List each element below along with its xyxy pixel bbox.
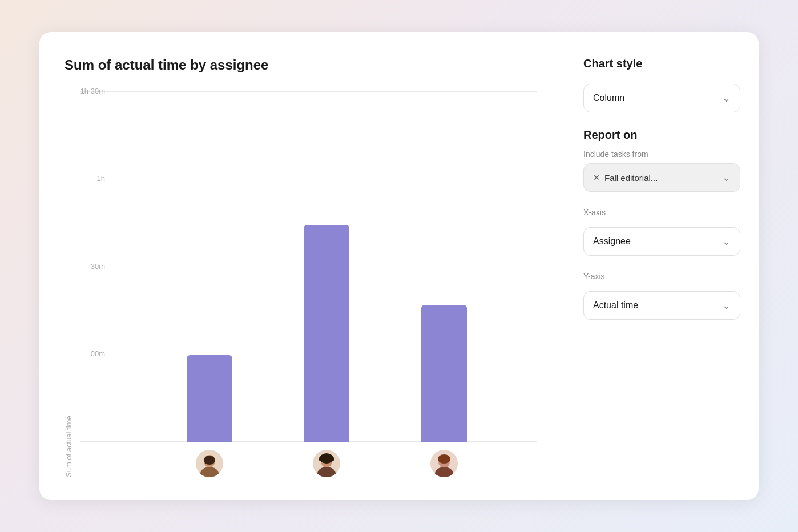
chart-style-value: Column bbox=[593, 93, 624, 103]
y-axis-value: Actual time bbox=[593, 300, 638, 311]
include-tasks-chevron-icon: ⌄ bbox=[722, 171, 731, 184]
chart-style-chevron-icon: ⌄ bbox=[722, 92, 731, 104]
x-axis-label: X-axis bbox=[583, 208, 740, 217]
y-axis-section: Y-axis Actual time ⌄ bbox=[583, 272, 740, 320]
chart-inner: 1h 30m 1h 30m 00m bbox=[80, 91, 537, 477]
chart-plot: 1h 30m 1h 30m 00m bbox=[80, 91, 537, 442]
include-tasks-value: Fall editorial... bbox=[604, 173, 718, 183]
avatar-3 bbox=[430, 450, 458, 477]
bar-group-1 bbox=[187, 355, 232, 442]
chart-title: Sum of actual time by assignee bbox=[65, 57, 537, 73]
bars-wrapper bbox=[116, 91, 537, 442]
x-axis-chevron-icon: ⌄ bbox=[722, 235, 731, 248]
y-axis-chevron-icon: ⌄ bbox=[722, 299, 731, 312]
bar-group-2 bbox=[304, 225, 349, 442]
chart-style-section: Chart style Column ⌄ bbox=[583, 57, 740, 112]
grid-label-30m: 30m bbox=[80, 262, 111, 271]
chart-style-title: Chart style bbox=[583, 57, 740, 70]
x-axis-section: X-axis Assignee ⌄ bbox=[583, 208, 740, 256]
chart-container: Sum of actual time 1h 30m 1h 30m bbox=[65, 91, 537, 477]
grid-label-1-30: 1h 30m bbox=[80, 87, 111, 95]
svg-point-7 bbox=[319, 456, 334, 462]
bar-3 bbox=[421, 305, 467, 442]
main-card: Sum of actual time by assignee Sum of ac… bbox=[39, 32, 759, 500]
sidebar: Chart style Column ⌄ Report on Include t… bbox=[565, 32, 759, 500]
x-axis-value: Assignee bbox=[593, 236, 631, 247]
svg-point-2 bbox=[204, 456, 215, 465]
bar-1 bbox=[187, 355, 232, 442]
report-on-section: Report on Include tasks from ✕ Fall edit… bbox=[583, 128, 740, 192]
grid-label-1h: 1h bbox=[80, 174, 111, 183]
y-axis-dropdown[interactable]: Actual time ⌄ bbox=[583, 291, 740, 320]
chart-area: Sum of actual time by assignee Sum of ac… bbox=[39, 32, 565, 500]
avatar-2 bbox=[313, 450, 340, 477]
report-on-title: Report on bbox=[583, 128, 740, 142]
y-axis-label: Sum of actual time bbox=[65, 91, 73, 477]
avatars-row bbox=[116, 445, 537, 477]
x-axis-dropdown[interactable]: Assignee ⌄ bbox=[583, 227, 740, 256]
include-tasks-label: Include tasks from bbox=[583, 150, 740, 159]
bar-2 bbox=[304, 225, 349, 442]
avatar-1 bbox=[196, 450, 223, 477]
grid-label-0: 00m bbox=[80, 349, 111, 358]
y-axis-label: Y-axis bbox=[583, 272, 740, 281]
remove-tag-icon[interactable]: ✕ bbox=[593, 173, 600, 182]
bar-group-3 bbox=[421, 305, 467, 442]
include-tasks-dropdown[interactable]: ✕ Fall editorial... ⌄ bbox=[583, 163, 740, 192]
svg-point-11 bbox=[438, 454, 450, 464]
chart-style-dropdown[interactable]: Column ⌄ bbox=[583, 84, 740, 112]
